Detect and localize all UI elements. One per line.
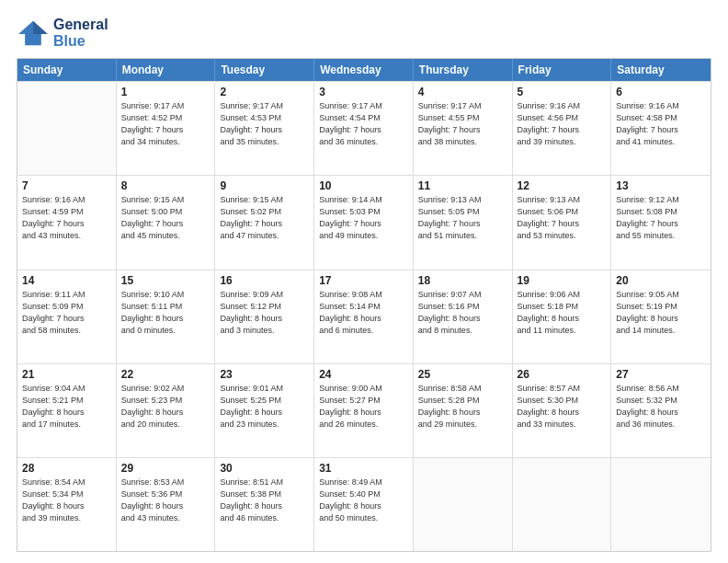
calendar: SundayMondayTuesdayWednesdayThursdayFrid… bbox=[17, 58, 711, 552]
cal-cell: 22Sunrise: 9:02 AM Sunset: 5:23 PM Dayli… bbox=[117, 364, 216, 457]
day-info: Sunrise: 9:13 AM Sunset: 5:05 PM Dayligh… bbox=[418, 194, 507, 242]
cal-cell: 30Sunrise: 8:51 AM Sunset: 5:38 PM Dayli… bbox=[215, 458, 314, 551]
day-number: 7 bbox=[22, 179, 111, 192]
header-day-friday: Friday bbox=[513, 59, 612, 81]
svg-marker-1 bbox=[33, 20, 48, 33]
day-number: 14 bbox=[22, 274, 111, 287]
day-info: Sunrise: 9:17 AM Sunset: 4:53 PM Dayligh… bbox=[220, 100, 309, 148]
cal-cell: 16Sunrise: 9:09 AM Sunset: 5:12 PM Dayli… bbox=[215, 270, 314, 363]
day-info: Sunrise: 9:10 AM Sunset: 5:11 PM Dayligh… bbox=[121, 289, 210, 337]
day-number: 15 bbox=[121, 274, 210, 287]
cal-cell: 1Sunrise: 9:17 AM Sunset: 4:52 PM Daylig… bbox=[117, 82, 216, 175]
cal-cell bbox=[414, 458, 513, 551]
day-number: 20 bbox=[616, 274, 706, 287]
header-day-tuesday: Tuesday bbox=[215, 59, 314, 81]
logo: General Blue bbox=[17, 17, 108, 49]
day-number: 22 bbox=[121, 368, 210, 381]
day-number: 24 bbox=[319, 368, 408, 381]
day-number: 10 bbox=[319, 179, 408, 192]
day-info: Sunrise: 9:06 AM Sunset: 5:18 PM Dayligh… bbox=[518, 289, 607, 337]
day-number: 21 bbox=[22, 368, 111, 381]
cal-cell: 10Sunrise: 9:14 AM Sunset: 5:03 PM Dayli… bbox=[314, 176, 414, 269]
week-row-1: 1Sunrise: 9:17 AM Sunset: 4:52 PM Daylig… bbox=[17, 81, 711, 175]
day-number: 2 bbox=[220, 86, 309, 98]
cal-cell: 29Sunrise: 8:53 AM Sunset: 5:36 PM Dayli… bbox=[117, 458, 216, 551]
day-number: 31 bbox=[319, 462, 408, 475]
day-number: 19 bbox=[518, 274, 607, 287]
day-info: Sunrise: 8:57 AM Sunset: 5:30 PM Dayligh… bbox=[518, 383, 607, 431]
cal-cell: 25Sunrise: 8:58 AM Sunset: 5:28 PM Dayli… bbox=[414, 364, 513, 457]
day-info: Sunrise: 9:13 AM Sunset: 5:06 PM Dayligh… bbox=[518, 194, 607, 242]
day-info: Sunrise: 9:12 AM Sunset: 5:08 PM Dayligh… bbox=[616, 194, 706, 242]
day-info: Sunrise: 9:04 AM Sunset: 5:21 PM Dayligh… bbox=[22, 383, 111, 431]
day-number: 9 bbox=[220, 179, 309, 192]
cal-cell: 18Sunrise: 9:07 AM Sunset: 5:16 PM Dayli… bbox=[414, 270, 513, 363]
day-info: Sunrise: 9:01 AM Sunset: 5:25 PM Dayligh… bbox=[220, 383, 309, 431]
cal-cell bbox=[513, 458, 612, 551]
cal-cell: 13Sunrise: 9:12 AM Sunset: 5:08 PM Dayli… bbox=[611, 176, 711, 269]
week-row-4: 21Sunrise: 9:04 AM Sunset: 5:21 PM Dayli… bbox=[17, 363, 711, 457]
day-number: 13 bbox=[616, 179, 706, 192]
week-row-5: 28Sunrise: 8:54 AM Sunset: 5:34 PM Dayli… bbox=[17, 457, 711, 551]
day-number: 1 bbox=[121, 86, 210, 98]
logo-icon bbox=[17, 19, 50, 47]
day-info: Sunrise: 9:02 AM Sunset: 5:23 PM Dayligh… bbox=[121, 383, 210, 431]
cal-cell: 14Sunrise: 9:11 AM Sunset: 5:09 PM Dayli… bbox=[17, 270, 117, 363]
header-day-saturday: Saturday bbox=[611, 59, 711, 81]
cal-cell: 27Sunrise: 8:56 AM Sunset: 5:32 PM Dayli… bbox=[611, 364, 711, 457]
day-info: Sunrise: 9:14 AM Sunset: 5:03 PM Dayligh… bbox=[319, 194, 408, 242]
cal-cell: 28Sunrise: 8:54 AM Sunset: 5:34 PM Dayli… bbox=[17, 458, 117, 551]
day-info: Sunrise: 9:00 AM Sunset: 5:27 PM Dayligh… bbox=[319, 383, 408, 431]
day-info: Sunrise: 9:09 AM Sunset: 5:12 PM Dayligh… bbox=[220, 289, 309, 337]
day-info: Sunrise: 8:54 AM Sunset: 5:34 PM Dayligh… bbox=[22, 477, 111, 524]
week-row-2: 7Sunrise: 9:16 AM Sunset: 4:59 PM Daylig… bbox=[17, 175, 711, 269]
cal-cell: 4Sunrise: 9:17 AM Sunset: 4:55 PM Daylig… bbox=[414, 82, 513, 175]
day-number: 5 bbox=[518, 86, 607, 98]
day-number: 27 bbox=[616, 368, 706, 381]
cal-cell: 20Sunrise: 9:05 AM Sunset: 5:19 PM Dayli… bbox=[611, 270, 711, 363]
cal-cell: 24Sunrise: 9:00 AM Sunset: 5:27 PM Dayli… bbox=[314, 364, 414, 457]
day-info: Sunrise: 8:56 AM Sunset: 5:32 PM Dayligh… bbox=[616, 383, 706, 431]
header-day-sunday: Sunday bbox=[17, 59, 117, 81]
day-info: Sunrise: 9:07 AM Sunset: 5:16 PM Dayligh… bbox=[418, 289, 507, 337]
cal-cell: 31Sunrise: 8:49 AM Sunset: 5:40 PM Dayli… bbox=[314, 458, 414, 551]
day-info: Sunrise: 9:16 AM Sunset: 4:58 PM Dayligh… bbox=[616, 100, 706, 148]
day-info: Sunrise: 9:08 AM Sunset: 5:14 PM Dayligh… bbox=[319, 289, 408, 337]
day-info: Sunrise: 9:15 AM Sunset: 5:02 PM Dayligh… bbox=[220, 194, 309, 242]
day-info: Sunrise: 8:49 AM Sunset: 5:40 PM Dayligh… bbox=[319, 477, 408, 524]
cal-cell: 7Sunrise: 9:16 AM Sunset: 4:59 PM Daylig… bbox=[17, 176, 117, 269]
day-number: 17 bbox=[319, 274, 408, 287]
day-info: Sunrise: 9:05 AM Sunset: 5:19 PM Dayligh… bbox=[616, 289, 706, 337]
day-number: 29 bbox=[121, 462, 210, 475]
cal-cell bbox=[611, 458, 711, 551]
day-info: Sunrise: 9:17 AM Sunset: 4:52 PM Dayligh… bbox=[121, 100, 210, 148]
logo-text: General Blue bbox=[53, 17, 108, 49]
cal-cell: 2Sunrise: 9:17 AM Sunset: 4:53 PM Daylig… bbox=[215, 82, 314, 175]
cal-cell: 26Sunrise: 8:57 AM Sunset: 5:30 PM Dayli… bbox=[513, 364, 612, 457]
cal-cell: 11Sunrise: 9:13 AM Sunset: 5:05 PM Dayli… bbox=[414, 176, 513, 269]
day-number: 25 bbox=[418, 368, 507, 381]
day-number: 23 bbox=[220, 368, 309, 381]
day-number: 26 bbox=[518, 368, 607, 381]
day-number: 30 bbox=[220, 462, 309, 475]
day-info: Sunrise: 9:16 AM Sunset: 4:59 PM Dayligh… bbox=[22, 194, 111, 242]
header-day-monday: Monday bbox=[117, 59, 216, 81]
cal-cell: 12Sunrise: 9:13 AM Sunset: 5:06 PM Dayli… bbox=[513, 176, 612, 269]
day-info: Sunrise: 8:51 AM Sunset: 5:38 PM Dayligh… bbox=[220, 477, 309, 524]
cal-cell: 3Sunrise: 9:17 AM Sunset: 4:54 PM Daylig… bbox=[314, 82, 414, 175]
day-number: 6 bbox=[616, 86, 706, 98]
day-number: 11 bbox=[418, 179, 507, 192]
cal-cell: 19Sunrise: 9:06 AM Sunset: 5:18 PM Dayli… bbox=[513, 270, 612, 363]
cal-cell: 6Sunrise: 9:16 AM Sunset: 4:58 PM Daylig… bbox=[611, 82, 711, 175]
header: General Blue bbox=[17, 17, 711, 49]
calendar-body: 1Sunrise: 9:17 AM Sunset: 4:52 PM Daylig… bbox=[17, 81, 711, 551]
cal-cell: 21Sunrise: 9:04 AM Sunset: 5:21 PM Dayli… bbox=[17, 364, 117, 457]
day-info: Sunrise: 9:16 AM Sunset: 4:56 PM Dayligh… bbox=[518, 100, 607, 148]
cal-cell: 9Sunrise: 9:15 AM Sunset: 5:02 PM Daylig… bbox=[215, 176, 314, 269]
cal-cell: 17Sunrise: 9:08 AM Sunset: 5:14 PM Dayli… bbox=[314, 270, 414, 363]
day-info: Sunrise: 9:15 AM Sunset: 5:00 PM Dayligh… bbox=[121, 194, 210, 242]
day-number: 28 bbox=[22, 462, 111, 475]
day-number: 18 bbox=[418, 274, 507, 287]
day-number: 16 bbox=[220, 274, 309, 287]
day-number: 12 bbox=[518, 179, 607, 192]
